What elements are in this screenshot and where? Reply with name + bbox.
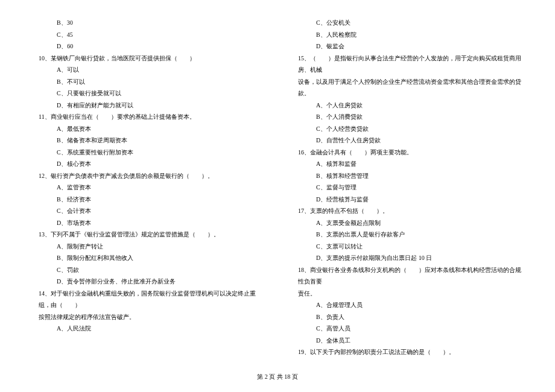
option: A、人民法院 (30, 323, 265, 335)
option: D、60 (30, 40, 265, 52)
option: A、限制资产转让 (30, 241, 265, 253)
option: B、负责人 (290, 311, 525, 323)
option: D、责令暂停部分业务、停止批准开办新业务 (30, 276, 265, 288)
option: B、支票的出票人是银行存款客户 (290, 229, 525, 241)
question-17: 17、支票的特点不包括（ ）。 (290, 205, 525, 217)
option: B、30 (30, 17, 265, 29)
option: A、监管资本 (30, 182, 265, 194)
option: B、核算和经营管理 (290, 170, 525, 182)
option: D、市场资本 (30, 217, 265, 229)
option: D、经营核算与监督 (290, 194, 525, 206)
question-18-line1: 18、商业银行各业务条线和分支机构的（ ）应对本条线和本机构经营活动的合规性负首… (290, 264, 525, 288)
option: C、45 (30, 29, 265, 41)
option: A、个人住房贷款 (290, 100, 525, 112)
question-19: 19、以下关于内部控制的职责分工说法正确的是（ ）。 (290, 346, 525, 358)
question-18-line2: 责任。 (290, 288, 525, 300)
option: B、储备资本和逆周期资本 (30, 134, 265, 147)
option: A、合规管理人员 (290, 299, 525, 311)
option: D、支票的提示付款期限为自出票日起 10 日 (290, 252, 525, 264)
option: C、只要银行接受就可以 (30, 87, 265, 100)
option: B、个人消费贷款 (290, 111, 525, 123)
page-footer: 第 2 页 共 18 页 (0, 373, 555, 381)
right-column: C、公安机关 B、人民检察院 D、银监会 15、（ ）是指银行向从事合法生产经营… (290, 17, 525, 358)
left-column: B、30 C、45 D、60 10、某钢铁厂向银行贷款，当地医院可否提供担保（ … (30, 17, 265, 358)
option: D、有相应的财产能力就可以 (30, 100, 265, 112)
question-14-line1: 14、对于银行业金融机构重组失败的，国务院银行业监督管理机构可以决定终止重组，由… (30, 288, 265, 311)
option: D、银监会 (290, 40, 525, 52)
question-16: 16、金融会计具有（ ）两项主要功能。 (290, 147, 525, 159)
option: C、会计资本 (30, 205, 265, 217)
option: B、不可以 (30, 76, 265, 88)
option: C、高管人员 (290, 323, 525, 335)
option: B、经济资本 (30, 194, 265, 206)
question-10: 10、某钢铁厂向银行贷款，当地医院可否提供担保（ ） (30, 52, 265, 65)
option: C、个人经营类贷款 (290, 123, 525, 135)
option: D、全体员工 (290, 335, 525, 347)
question-15-line2: 设备，以及用于满足个人控制的企业生产经营流动资金需求和其他合理资金需求的贷款。 (290, 76, 525, 100)
option: A、核算和监督 (290, 158, 525, 170)
option: A、支票受金额起点限制 (290, 217, 525, 229)
question-11: 11、商业银行应当在（ ）要求的基础上计提储备资本。 (30, 111, 265, 123)
option: B、人民检察院 (290, 29, 525, 41)
option: C、公安机关 (290, 17, 525, 29)
two-column-layout: B、30 C、45 D、60 10、某钢铁厂向银行贷款，当地医院可否提供担保（ … (30, 17, 525, 358)
option: C、监督与管理 (290, 182, 525, 194)
option: D、核心资本 (30, 158, 265, 170)
option: C、罚款 (30, 264, 265, 276)
option: C、系统重要性银行附加资本 (30, 147, 265, 159)
option: C、支票可以转让 (290, 241, 525, 253)
option: B、限制分配红利和其他收入 (30, 252, 265, 264)
question-15-line1: 15、（ ）是指银行向从事合法生产经营的个人发放的，用于定向购买或租赁商用房、机… (290, 52, 525, 76)
question-14-line2: 按照法律规定的程序依法宣告破产。 (30, 311, 265, 323)
option: A、最低资本 (30, 123, 265, 135)
question-12: 12、银行资产负债表中资产减去负债后的余额是银行的（ ）。 (30, 170, 265, 182)
question-13: 13、下列不属于《银行业监督管理法》规定的监管措施是（ ）。 (30, 229, 265, 241)
option: D、自营性个人住房贷款 (290, 134, 525, 147)
option: A、可以 (30, 64, 265, 76)
